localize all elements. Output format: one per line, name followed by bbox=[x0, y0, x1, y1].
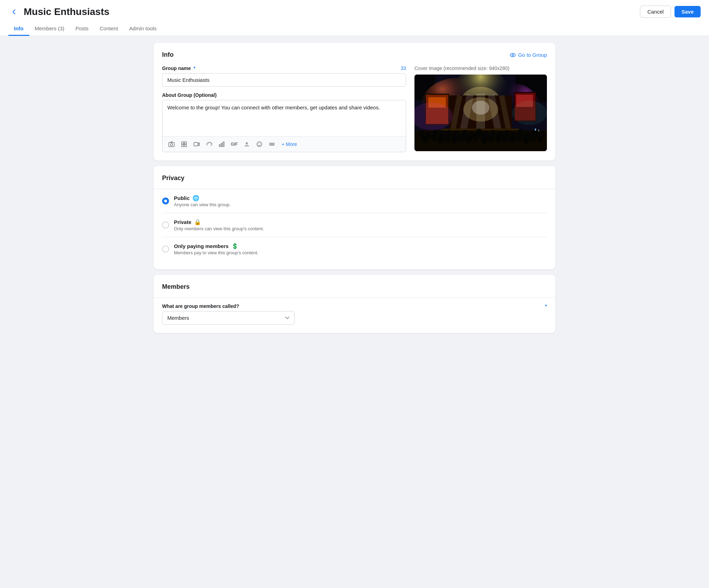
info-section: Info Go to Group Group name * 33 bbox=[154, 43, 555, 161]
about-textarea[interactable]: Welcome to the group! You can connect wi… bbox=[162, 100, 406, 135]
eye-icon bbox=[510, 52, 516, 58]
chart-icon[interactable] bbox=[218, 140, 226, 148]
svg-point-43 bbox=[472, 101, 489, 115]
tab-info[interactable]: Info bbox=[8, 22, 29, 36]
members-section-header: Members bbox=[162, 283, 547, 291]
go-to-group-link[interactable]: Go to Group bbox=[510, 52, 547, 58]
members-section-title: Members bbox=[162, 283, 190, 291]
required-indicator: * bbox=[193, 65, 195, 71]
svg-point-68 bbox=[444, 134, 451, 142]
svg-point-1 bbox=[512, 54, 514, 56]
textarea-toolbar: GIF bbox=[162, 136, 406, 152]
cancel-button[interactable]: Cancel bbox=[640, 6, 671, 18]
save-button[interactable]: Save bbox=[674, 6, 701, 17]
about-group-label: About Group (Optional) bbox=[162, 92, 406, 98]
upload-icon[interactable] bbox=[243, 140, 251, 148]
emoji-icon[interactable] bbox=[255, 140, 264, 148]
page-header: Music Enthusiasts Cancel Save Info Membe… bbox=[0, 0, 709, 36]
svg-point-80 bbox=[530, 134, 536, 142]
privacy-section: Privacy Public 🌐 Anyone can view this gr… bbox=[154, 166, 555, 269]
svg-point-72 bbox=[473, 134, 478, 141]
svg-point-3 bbox=[170, 144, 173, 146]
gif-icon[interactable]: GIF bbox=[230, 140, 238, 148]
back-button[interactable] bbox=[8, 6, 20, 17]
svg-point-71 bbox=[465, 136, 472, 143]
svg-point-73 bbox=[481, 136, 488, 144]
radio-paying[interactable] bbox=[162, 246, 169, 253]
svg-rect-2 bbox=[169, 142, 174, 147]
info-section-header: Info Go to Group bbox=[162, 51, 547, 59]
privacy-option-paying[interactable]: Only paying members 💲 Members pay to vie… bbox=[162, 237, 547, 261]
svg-point-74 bbox=[488, 134, 494, 142]
privacy-option-public[interactable]: Public 🌐 Anyone can view this group. bbox=[162, 189, 547, 213]
tab-posts[interactable]: Posts bbox=[70, 22, 94, 36]
svg-point-78 bbox=[516, 135, 522, 142]
svg-point-70 bbox=[458, 134, 465, 142]
more-toolbar-button[interactable]: + More bbox=[282, 141, 297, 147]
globe-icon: 🌐 bbox=[192, 195, 199, 201]
svg-rect-11 bbox=[223, 142, 224, 147]
tabs-row: Info Members (3) Posts Content Admin too… bbox=[8, 22, 701, 36]
svg-point-69 bbox=[452, 136, 457, 143]
svg-point-75 bbox=[495, 136, 501, 143]
tab-members[interactable]: Members (3) bbox=[29, 22, 70, 36]
radio-private[interactable] bbox=[162, 222, 169, 229]
about-textarea-container: Welcome to the group! You can connect wi… bbox=[162, 100, 406, 152]
svg-point-81 bbox=[537, 136, 543, 142]
privacy-public-title: Public 🌐 bbox=[174, 195, 547, 201]
svg-point-77 bbox=[509, 135, 515, 143]
members-called-label: What are group members called? * bbox=[162, 303, 547, 309]
svg-point-14 bbox=[260, 144, 261, 144]
paying-icon: 💲 bbox=[231, 243, 238, 249]
tab-admin-tools[interactable]: Admin tools bbox=[124, 22, 162, 36]
cover-image-container bbox=[414, 75, 547, 151]
title-row: Music Enthusiasts Cancel Save bbox=[8, 6, 701, 18]
privacy-section-header: Privacy bbox=[162, 175, 547, 182]
lock-icon: 🔒 bbox=[194, 219, 201, 225]
members-section: Members What are group members called? *… bbox=[154, 275, 555, 333]
video-icon[interactable] bbox=[192, 140, 201, 148]
page-title: Music Enthusiasts bbox=[24, 6, 109, 17]
camera-icon[interactable] bbox=[167, 140, 176, 148]
members-divider bbox=[154, 297, 555, 298]
group-name-label: Group name * 33 bbox=[162, 65, 406, 71]
privacy-section-title: Privacy bbox=[162, 175, 184, 182]
svg-rect-10 bbox=[221, 143, 222, 147]
svg-rect-8 bbox=[194, 142, 198, 146]
privacy-options: Public 🌐 Anyone can view this group. Pri… bbox=[162, 189, 547, 261]
svg-rect-4 bbox=[182, 142, 184, 144]
svg-point-0 bbox=[510, 53, 516, 57]
info-section-title: Info bbox=[162, 51, 174, 59]
char-count: 33 bbox=[401, 65, 406, 71]
tab-content[interactable]: Content bbox=[94, 22, 124, 36]
info-left: Group name * 33 About Group (Optional) W… bbox=[162, 65, 406, 152]
svg-point-67 bbox=[437, 135, 444, 144]
radio-public[interactable] bbox=[162, 198, 169, 204]
members-required: * bbox=[545, 303, 547, 309]
privacy-option-private[interactable]: Private 🔒 Only members can view this gro… bbox=[162, 213, 547, 237]
header-actions: Cancel Save bbox=[640, 6, 701, 18]
cover-image-svg bbox=[414, 75, 547, 151]
divider-icon[interactable] bbox=[268, 140, 276, 148]
svg-point-76 bbox=[502, 134, 509, 142]
privacy-public-desc: Anyone can view this group. bbox=[174, 202, 547, 207]
grid-icon[interactable] bbox=[180, 140, 188, 148]
svg-point-12 bbox=[257, 142, 262, 147]
privacy-private-desc: Only members can view this group's conte… bbox=[174, 226, 547, 231]
privacy-paying-title: Only paying members 💲 bbox=[174, 243, 547, 249]
svg-point-13 bbox=[258, 144, 259, 144]
svg-point-66 bbox=[431, 134, 436, 141]
privacy-paying-desc: Members pay to view this group's content… bbox=[174, 250, 547, 255]
cloud-icon[interactable] bbox=[205, 140, 213, 148]
privacy-private-title: Private 🔒 bbox=[174, 219, 547, 225]
svg-point-65 bbox=[422, 135, 428, 143]
svg-rect-83 bbox=[538, 130, 539, 131]
privacy-private-content: Private 🔒 Only members can view this gro… bbox=[174, 219, 547, 231]
members-called-row: What are group members called? * Members… bbox=[162, 303, 547, 325]
cover-image-label: Cover image (recommended size: 940x280) bbox=[414, 65, 547, 71]
group-name-input[interactable] bbox=[162, 73, 406, 87]
info-layout: Group name * 33 About Group (Optional) W… bbox=[162, 65, 547, 152]
svg-rect-7 bbox=[184, 145, 186, 147]
members-called-dropdown[interactable]: Members Fans Followers Subscribers bbox=[162, 311, 295, 325]
privacy-public-content: Public 🌐 Anyone can view this group. bbox=[174, 195, 547, 207]
